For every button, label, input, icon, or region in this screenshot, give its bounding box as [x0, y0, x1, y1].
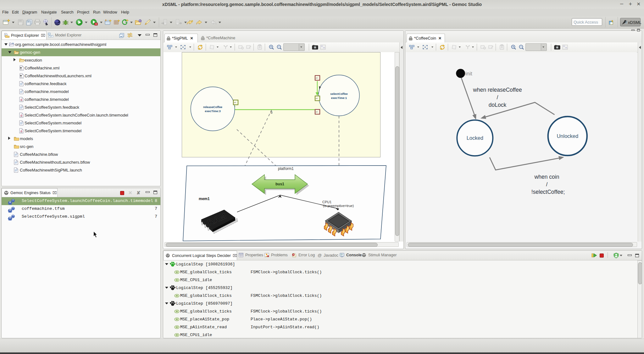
svg-text:pA..: pA..	[316, 97, 319, 99]
svg-text:when releaseCoffee: when releaseCoffee	[473, 87, 522, 93]
svg-text:init: init	[465, 71, 472, 77]
svg-text:6: 6	[270, 110, 273, 115]
svg-text:execTime:1: execTime:1	[331, 96, 347, 100]
svg-text:releaseCoffee: releaseCoffee	[203, 106, 222, 109]
svg-text:execTime:3: execTime:3	[205, 110, 220, 113]
svg-text:selectCoffee: selectCoffee	[330, 92, 347, 95]
svg-text:/: /	[546, 181, 548, 188]
svg-text:pA..: pA..	[234, 101, 237, 103]
svg-text:platform1: platform1	[278, 166, 294, 171]
svg-text:Unlocked: Unlocked	[557, 133, 578, 139]
svg-text:mem1: mem1	[199, 197, 210, 201]
svg-text:when coin: when coin	[534, 174, 559, 180]
svg-text:NUVOLA: NUVOLA	[332, 219, 344, 222]
svg-text:pA..: pA..	[316, 111, 319, 113]
svg-text:!selectCoffee;: !selectCoffee;	[531, 189, 565, 195]
svg-text:Locked: Locked	[467, 135, 483, 141]
svg-text:/: /	[497, 94, 498, 101]
svg-text:CPU1: CPU1	[322, 200, 331, 204]
svg-text:pA..: pA..	[316, 77, 319, 79]
svg-text:(is preemptive=true): (is preemptive=true)	[323, 204, 354, 208]
svg-text:doLock: doLock	[489, 102, 507, 108]
svg-text:bus1: bus1	[275, 182, 284, 186]
